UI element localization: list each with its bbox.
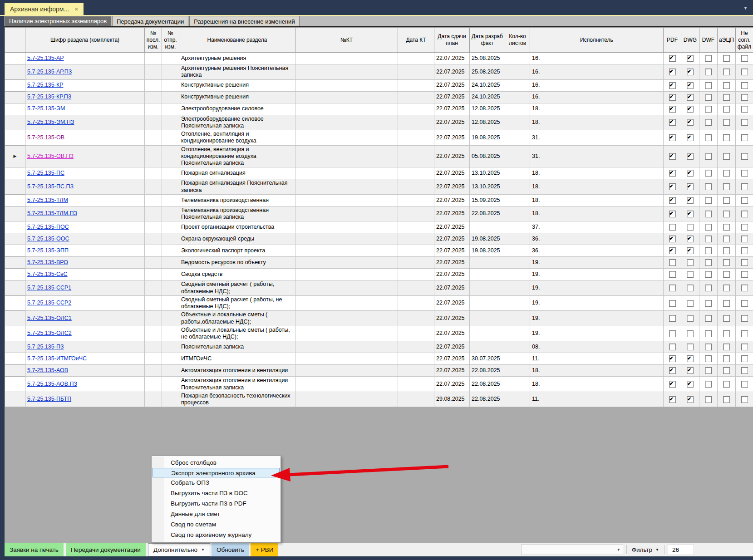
pdf-checkbox[interactable] <box>669 183 676 190</box>
dwg-checkbox[interactable] <box>687 224 694 231</box>
col-header-sheets[interactable]: Кол-во листов <box>505 28 530 53</box>
section-code-link[interactable]: 5.7-25.135-ПС.ПЗ <box>27 183 74 190</box>
section-code-link[interactable]: 5.7-25.135-ТЛМ.ПЗ <box>27 210 77 216</box>
dwf-checkbox[interactable] <box>705 396 712 403</box>
row-selector-cell[interactable] <box>5 311 25 326</box>
pdf-checkbox[interactable] <box>669 134 676 141</box>
doc-transfers-button[interactable]: Передачи документации <box>66 543 146 556</box>
dwg-checkbox[interactable] <box>687 106 694 113</box>
pdf-checkbox[interactable] <box>669 271 676 278</box>
aecp-checkbox[interactable] <box>723 381 730 388</box>
dwf-checkbox[interactable] <box>705 236 712 242</box>
dwf-checkbox[interactable] <box>705 300 712 307</box>
col-header-otpr[interactable]: № отпр. изм. <box>162 28 179 53</box>
pdf-checkbox[interactable] <box>669 259 676 266</box>
dwg-checkbox[interactable] <box>687 330 694 337</box>
nesogl-checkbox[interactable] <box>741 396 748 403</box>
col-header-nesogl[interactable]: Не согл. файл <box>736 28 753 53</box>
nesogl-checkbox[interactable] <box>741 247 748 254</box>
row-selector-cell[interactable] <box>5 295 25 311</box>
rvi-button[interactable]: + РВИ <box>251 543 278 556</box>
menu-item-export-pz-pdf[interactable]: Выгрузить части ПЗ в PDF <box>152 498 281 509</box>
nesogl-checkbox[interactable] <box>741 224 748 231</box>
dwf-checkbox[interactable] <box>705 285 712 291</box>
aecp-checkbox[interactable] <box>723 69 730 75</box>
aecp-checkbox[interactable] <box>723 153 730 160</box>
dwg-checkbox[interactable] <box>687 197 694 204</box>
dwg-checkbox[interactable] <box>687 134 694 141</box>
section-code-link[interactable]: 5.7-25.135-КР <box>27 82 64 88</box>
refresh-button[interactable]: Обновить <box>212 543 249 556</box>
pdf-checkbox[interactable] <box>669 330 676 337</box>
aecp-checkbox[interactable] <box>723 355 730 362</box>
dwg-checkbox[interactable] <box>687 367 694 374</box>
pdf-checkbox[interactable] <box>669 197 676 204</box>
dwf-checkbox[interactable] <box>705 344 712 350</box>
aecp-checkbox[interactable] <box>723 236 730 242</box>
nesogl-checkbox[interactable] <box>741 300 748 307</box>
dwf-checkbox[interactable] <box>705 134 712 141</box>
row-selector-cell[interactable] <box>5 341 25 353</box>
dwf-checkbox[interactable] <box>705 247 712 254</box>
menu-item-estimate-summary[interactable]: Свод по сметам <box>152 519 281 530</box>
dwf-checkbox[interactable] <box>705 119 712 126</box>
dwg-checkbox[interactable] <box>687 119 694 126</box>
section-code-link[interactable]: 5.7-25.135-ИТМГОиЧС <box>27 355 87 362</box>
nesogl-checkbox[interactable] <box>741 259 748 266</box>
row-selector-cell[interactable] <box>5 377 25 392</box>
subtab-permissions[interactable]: Разрешения на внесение изменений <box>189 16 299 26</box>
close-icon[interactable]: × <box>74 6 78 12</box>
dwf-checkbox[interactable] <box>705 170 712 177</box>
dwf-checkbox[interactable] <box>705 94 712 101</box>
row-selector-cell[interactable] <box>5 179 25 195</box>
nesogl-checkbox[interactable] <box>741 236 748 242</box>
col-header-executor[interactable]: Исполнитель <box>530 28 664 53</box>
dwg-checkbox[interactable] <box>687 82 694 89</box>
aecp-checkbox[interactable] <box>723 183 730 190</box>
menu-item-export-pz-doc[interactable]: Выгрузить части ПЗ в DOC <box>152 488 281 498</box>
section-code-link[interactable]: 5.7-25.135-АР.ПЗ <box>27 69 72 75</box>
col-header-plan[interactable]: Дата сдачи план <box>434 28 470 53</box>
col-header-dwf[interactable]: DWF <box>699 28 718 53</box>
aecp-checkbox[interactable] <box>723 300 730 307</box>
dwg-checkbox[interactable] <box>687 396 694 403</box>
dwf-checkbox[interactable] <box>705 271 712 278</box>
pdf-checkbox[interactable] <box>669 119 676 126</box>
aecp-checkbox[interactable] <box>723 211 730 217</box>
dwg-checkbox[interactable] <box>687 236 694 242</box>
row-selector-cell[interactable] <box>5 326 25 341</box>
dwg-checkbox[interactable] <box>687 55 694 62</box>
nesogl-checkbox[interactable] <box>741 119 748 126</box>
pdf-checkbox[interactable] <box>669 300 676 307</box>
subtab-transfer[interactable]: Передача документации <box>112 16 188 26</box>
menu-item-estimate-data[interactable]: Данные для смет <box>152 509 281 519</box>
pdf-checkbox[interactable] <box>669 236 676 242</box>
nesogl-checkbox[interactable] <box>741 344 748 350</box>
section-code-link[interactable]: 5.7-25.135-ОВ <box>27 134 64 141</box>
aecp-checkbox[interactable] <box>723 344 730 350</box>
section-code-link[interactable]: 5.7-25.135-ОВ.ПЗ <box>27 153 74 159</box>
pdf-checkbox[interactable] <box>669 106 676 113</box>
pdf-checkbox[interactable] <box>669 381 676 388</box>
col-header-pdf[interactable]: PDF <box>664 28 681 53</box>
section-code-link[interactable]: 5.7-25.135-ЭМ <box>27 105 65 112</box>
print-requests-button[interactable]: Заявки на печать <box>5 543 64 556</box>
pdf-checkbox[interactable] <box>669 355 676 362</box>
pdf-checkbox[interactable] <box>669 315 676 322</box>
nesogl-checkbox[interactable] <box>741 153 748 160</box>
col-header-aecp[interactable]: аЭЦП <box>718 28 736 53</box>
section-code-link[interactable]: 5.7-25.135-КР.ПЗ <box>27 93 71 100</box>
row-selector-cell[interactable] <box>5 79 25 91</box>
row-selector-cell[interactable] <box>5 130 25 146</box>
row-selector-cell[interactable] <box>5 245 25 257</box>
nesogl-checkbox[interactable] <box>741 330 748 337</box>
menu-item-archive-journal-summary[interactable]: Свод по архивному журналу <box>152 530 281 540</box>
dwg-checkbox[interactable] <box>687 285 694 291</box>
filter-dropdown[interactable]: Фильтр ▼ <box>630 544 661 555</box>
nesogl-checkbox[interactable] <box>741 381 748 388</box>
section-code-link[interactable]: 5.7-25.135-ССР2 <box>27 300 71 306</box>
dwf-checkbox[interactable] <box>705 211 712 217</box>
tab-list-chevron-icon[interactable]: ▼ <box>743 6 748 10</box>
row-selector-cell[interactable] <box>5 269 25 280</box>
dwf-checkbox[interactable] <box>705 330 712 337</box>
